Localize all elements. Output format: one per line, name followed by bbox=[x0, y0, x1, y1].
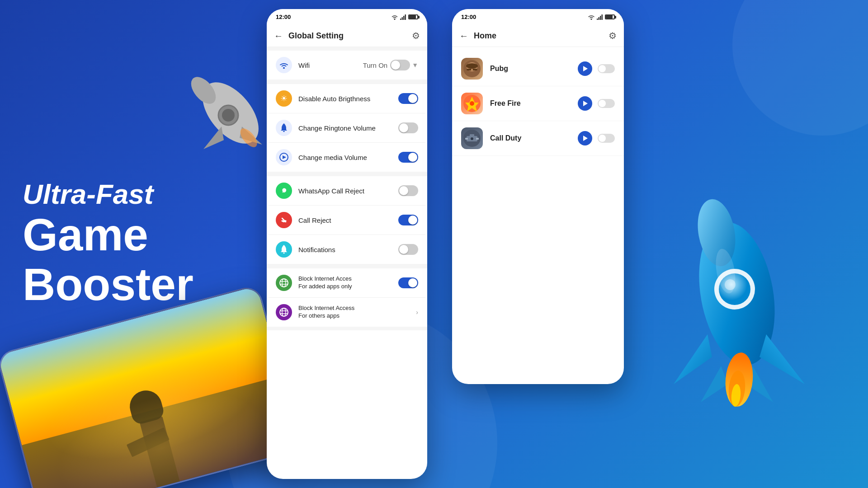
callduty-toggle[interactable] bbox=[598, 134, 615, 143]
callreject-label: Call Reject bbox=[298, 216, 398, 224]
svg-rect-9 bbox=[402, 17, 403, 20]
svg-point-23 bbox=[282, 308, 286, 316]
block-others-chevron: › bbox=[416, 309, 418, 316]
right-phone-header: ← Home ⚙ bbox=[452, 25, 624, 47]
call-section: WhatsApp Call Reject Call Reject bbox=[267, 176, 427, 264]
time-left: 12:00 bbox=[276, 14, 291, 20]
wifi-label: Wifi bbox=[298, 61, 363, 69]
svg-marker-49 bbox=[701, 366, 728, 402]
status-icons-left bbox=[391, 14, 418, 20]
svg-rect-43 bbox=[465, 138, 468, 140]
ringtone-label: Change Ringtone Volume bbox=[298, 124, 398, 132]
notifications-toggle[interactable] bbox=[398, 244, 418, 255]
svg-point-5 bbox=[222, 109, 235, 122]
back-button-left[interactable]: ← bbox=[274, 31, 283, 41]
svg-point-19 bbox=[282, 279, 286, 287]
block-others-label1: Block Internet Access bbox=[298, 305, 414, 312]
svg-rect-8 bbox=[400, 19, 401, 20]
hero-title: Ultra-Fast Game Booster bbox=[23, 179, 249, 309]
wifi-status-right bbox=[588, 14, 595, 20]
status-icons-right bbox=[588, 14, 615, 20]
pubg-icon bbox=[461, 58, 483, 80]
battery-icon-left bbox=[408, 14, 418, 19]
back-button-right[interactable]: ← bbox=[459, 31, 468, 41]
callreject-icon bbox=[276, 212, 292, 228]
pubg-name: Pubg bbox=[490, 65, 578, 73]
callduty-name: Call Duty bbox=[490, 134, 578, 142]
wifi-toggle[interactable] bbox=[390, 60, 410, 70]
svg-rect-30 bbox=[602, 14, 603, 20]
svg-rect-41 bbox=[470, 134, 474, 137]
screen-title-left: Global Setting bbox=[288, 31, 412, 41]
svg-rect-29 bbox=[600, 16, 601, 20]
internet-section: Block Internet Acces For added apps only bbox=[267, 268, 427, 327]
svg-rect-27 bbox=[597, 19, 598, 20]
wifi-chevron: ▼ bbox=[412, 61, 418, 69]
block-internet-label1: Block Internet Acces bbox=[298, 275, 398, 283]
status-bar-left: 12:00 bbox=[267, 9, 427, 25]
svg-point-18 bbox=[280, 279, 288, 287]
freefire-play[interactable] bbox=[578, 96, 592, 111]
svg-marker-47 bbox=[674, 334, 712, 384]
block-others-item[interactable]: Block Internet Access For others apps › bbox=[269, 298, 425, 327]
svg-point-22 bbox=[280, 308, 288, 316]
battery-icon-right bbox=[605, 14, 615, 19]
notifications-label: Notifications bbox=[298, 246, 398, 253]
brightness-label: Disable Auto Brigthness bbox=[298, 95, 398, 103]
callduty-icon bbox=[461, 127, 483, 149]
whatsapp-item[interactable]: WhatsApp Call Reject bbox=[269, 176, 425, 206]
svg-point-33 bbox=[466, 63, 478, 69]
svg-point-38 bbox=[470, 101, 474, 106]
svg-marker-48 bbox=[760, 334, 805, 384]
svg-marker-3 bbox=[203, 127, 224, 149]
games-list: Pubg Free Fire bbox=[452, 47, 624, 160]
status-bar-right: 12:00 bbox=[452, 9, 624, 25]
pubg-play[interactable] bbox=[578, 61, 592, 76]
gray-rocket bbox=[158, 68, 294, 167]
media-toggle[interactable] bbox=[398, 152, 418, 163]
block-internet-labels: Block Internet Acces For added apps only bbox=[298, 275, 398, 291]
screen-title-right: Home bbox=[474, 31, 609, 41]
block-internet-toggle[interactable] bbox=[398, 277, 418, 288]
whatsapp-icon bbox=[276, 183, 292, 199]
hero-line2: Game bbox=[23, 210, 249, 259]
whatsapp-toggle[interactable] bbox=[398, 185, 418, 196]
signal-icon bbox=[400, 14, 406, 20]
callreject-toggle[interactable] bbox=[398, 215, 418, 225]
pubg-toggle[interactable] bbox=[598, 64, 615, 73]
hero-line1: Ultra-Fast bbox=[23, 179, 249, 210]
callduty-item[interactable]: Call Duty bbox=[452, 121, 624, 156]
wifi-status-icon bbox=[391, 14, 398, 20]
block-others-labels: Block Internet Access For others apps bbox=[298, 305, 414, 320]
block-others-label2: For others apps bbox=[298, 312, 414, 320]
ringtone-toggle[interactable] bbox=[398, 122, 418, 133]
whatsapp-label: WhatsApp Call Reject bbox=[298, 187, 398, 195]
gear-button-right[interactable]: ⚙ bbox=[609, 30, 617, 41]
svg-point-35 bbox=[471, 69, 473, 70]
svg-rect-44 bbox=[476, 138, 479, 140]
freefire-name: Free Fire bbox=[490, 99, 578, 108]
freefire-item[interactable]: Free Fire bbox=[452, 86, 624, 121]
svg-rect-11 bbox=[405, 14, 406, 20]
freefire-toggle[interactable] bbox=[598, 99, 615, 108]
svg-rect-17 bbox=[283, 253, 285, 253]
callreject-item[interactable]: Call Reject bbox=[269, 206, 425, 235]
signal-right bbox=[597, 14, 603, 20]
media-label: Change media Volume bbox=[298, 154, 398, 161]
gear-button-left[interactable]: ⚙ bbox=[412, 30, 420, 41]
svg-point-26 bbox=[591, 19, 592, 20]
svg-point-42 bbox=[471, 137, 473, 140]
svg-rect-28 bbox=[599, 17, 600, 20]
block-internet-label2: For added apps only bbox=[298, 283, 398, 291]
freefire-icon bbox=[461, 93, 483, 114]
notifications-item[interactable]: Notifications bbox=[269, 235, 425, 264]
block-internet-icon bbox=[276, 275, 292, 291]
callduty-play[interactable] bbox=[578, 131, 592, 145]
block-internet-item[interactable]: Block Internet Acces For added apps only bbox=[269, 268, 425, 298]
wifi-value: Turn On bbox=[363, 61, 387, 69]
time-right: 12:00 bbox=[461, 14, 476, 20]
right-phone: 12:00 ← Home ⚙ bbox=[452, 9, 624, 384]
block-others-icon bbox=[276, 304, 292, 320]
pubg-item[interactable]: Pubg bbox=[452, 52, 624, 86]
brightness-toggle[interactable] bbox=[398, 93, 418, 104]
